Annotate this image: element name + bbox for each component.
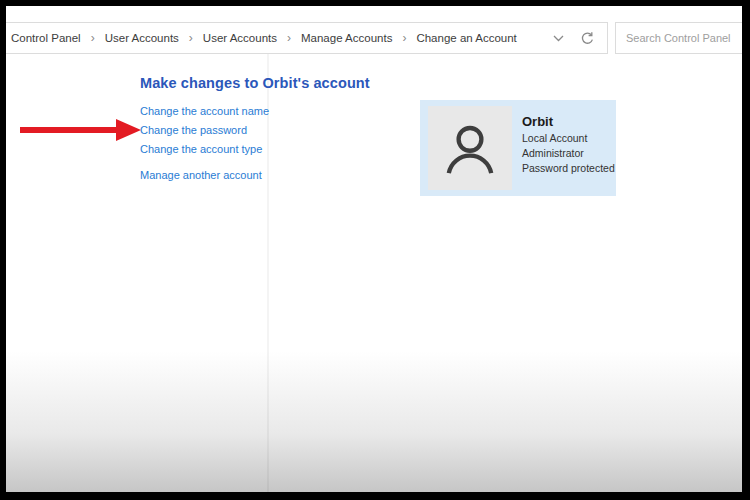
account-detail-type: Local Account xyxy=(522,131,615,146)
account-detail-role: Administrator xyxy=(522,146,615,161)
red-arrow-annotation xyxy=(20,117,142,143)
address-bar-icons xyxy=(553,31,599,46)
breadcrumb: Control Panel › User Accounts › User Acc… xyxy=(11,31,517,45)
breadcrumb-item-change-an-account[interactable]: Change an Account xyxy=(416,32,516,44)
avatar xyxy=(428,106,512,190)
breadcrumb-separator-icon: › xyxy=(402,31,406,45)
task-links: Change the account name Change the passw… xyxy=(140,105,269,188)
breadcrumb-item-manage-accounts[interactable]: Manage Accounts xyxy=(301,32,392,44)
breadcrumb-item-control-panel[interactable]: Control Panel xyxy=(11,32,81,44)
screenshot-frame: Control Panel › User Accounts › User Acc… xyxy=(0,0,750,500)
account-name: Orbit xyxy=(522,113,615,130)
breadcrumb-separator-icon: › xyxy=(91,31,95,45)
refresh-icon[interactable] xyxy=(580,31,595,46)
account-tile[interactable]: Orbit Local Account Administrator Passwo… xyxy=(420,100,616,196)
search-box xyxy=(615,22,742,54)
account-info: Orbit Local Account Administrator Passwo… xyxy=(522,100,615,196)
breadcrumb-item-user-accounts-2[interactable]: User Accounts xyxy=(203,32,277,44)
page-title: Make changes to Orbit's account xyxy=(140,75,370,91)
breadcrumb-item-user-accounts-1[interactable]: User Accounts xyxy=(105,32,179,44)
control-panel-window: Control Panel › User Accounts › User Acc… xyxy=(6,6,742,492)
user-icon xyxy=(437,115,503,181)
breadcrumb-separator-icon: › xyxy=(287,31,291,45)
search-input[interactable] xyxy=(615,22,742,54)
breadcrumb-separator-icon: › xyxy=(189,31,193,45)
link-change-password[interactable]: Change the password xyxy=(140,124,269,137)
link-manage-another-account[interactable]: Manage another account xyxy=(140,169,269,182)
chevron-down-icon[interactable] xyxy=(553,35,564,42)
address-bar: Control Panel › User Accounts › User Acc… xyxy=(6,22,608,54)
link-change-account-type[interactable]: Change the account type xyxy=(140,143,269,156)
account-detail-password: Password protected xyxy=(522,161,615,176)
link-change-account-name[interactable]: Change the account name xyxy=(140,105,269,118)
